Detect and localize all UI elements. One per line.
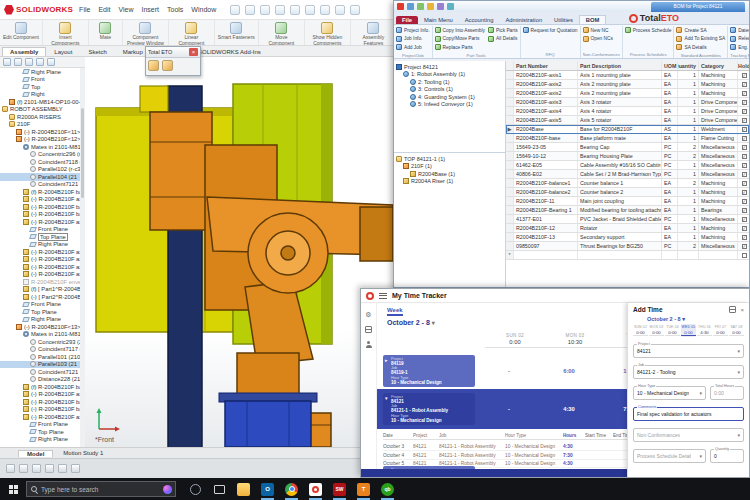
feature-tree-item[interactable]: (-) R-2004B210F<13> (Free xyxy=(0,323,84,331)
feature-tree-item[interactable]: (-) R-2004B210F axis5< xyxy=(0,263,84,271)
zoom-icon[interactable] xyxy=(32,464,41,473)
feature-tree-item[interactable]: Right Plane xyxy=(0,436,84,444)
column-category[interactable]: Category xyxy=(699,61,738,70)
row-selector[interactable] xyxy=(506,224,514,232)
settings-icon[interactable] xyxy=(437,3,444,10)
ribbon-button[interactable]: Edit Component xyxy=(0,20,43,45)
feature-tree-item[interactable]: Top xyxy=(0,83,84,91)
time-entry-card[interactable]: ▸ Project 84119 Job 84119-1 Hour Type 10… xyxy=(383,355,475,387)
view-tab[interactable]: Model xyxy=(18,450,53,457)
feature-tree-item[interactable]: (-) R-2004B210F axis1< xyxy=(0,391,84,399)
day-chip[interactable]: MON 03 0:00 xyxy=(649,324,664,337)
ribbon-group-button[interactable]: Project Info. xyxy=(396,26,430,35)
feature-tree-item[interactable]: 210F xyxy=(0,121,84,129)
hold-checkbox[interactable]: ✓ xyxy=(742,190,747,195)
bom-row[interactable]: R2004B210F-Bearing 1 Modified bearing fo… xyxy=(506,206,749,215)
row-selector[interactable] xyxy=(506,215,514,223)
dimxpert-tab-icon[interactable] xyxy=(36,58,44,66)
ribbon-group-button[interactable]: Copy Into Assembly xyxy=(435,26,485,35)
close-icon[interactable]: × xyxy=(189,48,198,56)
close-icon[interactable]: × xyxy=(740,307,744,313)
print-icon[interactable] xyxy=(290,5,300,15)
hold-checkbox[interactable]: ✓ xyxy=(742,154,747,159)
project-tree-item[interactable]: Project 84121 xyxy=(394,63,505,71)
feature-tree-item[interactable]: Front Plane xyxy=(0,301,84,309)
hold-checkbox[interactable]: ✓ xyxy=(742,100,747,105)
row-selector[interactable] xyxy=(506,152,514,160)
feature-tree-item[interactable]: (f) R-2004B210F base< xyxy=(0,188,84,196)
feature-tree-item[interactable]: Top Plane xyxy=(0,233,84,241)
feature-tree-item[interactable]: Concentric296 (r- xyxy=(0,151,84,159)
feature-tree-item[interactable]: Top Plane xyxy=(0,428,84,436)
project-tree-item[interactable]: 3: Controls (1) xyxy=(394,86,505,94)
calendar-icon[interactable] xyxy=(729,306,736,313)
taskbar-icon-outlook[interactable]: O xyxy=(260,480,275,498)
junction-box[interactable] xyxy=(140,86,168,112)
day-chip[interactable]: SUN 02 0:00 xyxy=(633,324,648,337)
hold-checkbox[interactable]: ✓ xyxy=(742,82,747,87)
total-hours-field[interactable]: Total Hours 0:00 xyxy=(710,386,744,400)
row-selector[interactable] xyxy=(506,107,514,115)
feature-tree-item[interactable]: (-) R-2004B210F axis2< xyxy=(0,218,84,226)
feature-tree-item[interactable]: Distance228 (2101 xyxy=(0,376,84,384)
feature-tree-item[interactable]: Right Plane xyxy=(0,316,84,324)
feature-tree-item[interactable]: (f) [ Part1^R-2004B210 xyxy=(0,286,84,294)
mail-icon[interactable] xyxy=(407,3,414,10)
hold-checkbox[interactable] xyxy=(742,253,747,258)
feature-tree-item[interactable]: (-) R-2004B210F<11> (Free xyxy=(0,128,84,136)
feature-tree-item[interactable]: (f) R-2004B210F base< xyxy=(0,383,84,391)
bom-row[interactable]: R2004B210F-balance1 Counter balance 1 EA… xyxy=(506,179,749,188)
process-schedule-detail-field[interactable]: Process Schedule Detail▾ xyxy=(633,449,706,463)
row-selector[interactable] xyxy=(506,116,514,124)
feature-tree-item[interactable]: Mates in 2101-M814-0 xyxy=(0,143,84,151)
row-selector[interactable] xyxy=(506,170,514,178)
hold-checkbox[interactable]: ✓ xyxy=(742,172,747,177)
column-hold[interactable]: Hold xyxy=(738,61,749,70)
tab-week[interactable]: Week xyxy=(387,307,403,316)
row-selector[interactable] xyxy=(506,161,514,169)
pedestal-base[interactable] xyxy=(225,401,311,447)
menu-item[interactable]: File xyxy=(79,6,90,13)
feature-tree-item[interactable]: Coincident7118 (r- xyxy=(0,158,84,166)
taskbar-search[interactable]: Type here to search xyxy=(26,481,176,497)
gear-icon[interactable]: ⚙ xyxy=(365,311,371,318)
menu-item[interactable]: Window xyxy=(191,6,216,13)
feature-tree-item[interactable]: (-) R-2004B210F balan xyxy=(0,203,84,211)
project-tree-item[interactable]: 4: Guarding System (1) xyxy=(394,93,505,101)
ribbon-tab[interactable]: File xyxy=(396,16,418,24)
job-field[interactable]: Job 84121-2 - Tooling▾ xyxy=(633,365,744,379)
hold-checkbox[interactable]: ✓ xyxy=(742,199,747,204)
excel-export-icon[interactable] xyxy=(417,3,424,10)
hour-type-field[interactable]: Hour Type 10 - Mechanical Design▾ xyxy=(633,386,706,400)
row-selector[interactable] xyxy=(506,71,514,79)
row-selector[interactable] xyxy=(506,188,514,196)
counterweight[interactable] xyxy=(150,112,212,230)
feature-tree-item[interactable]: Coincident7117 (2 xyxy=(0,346,84,354)
menu-item[interactable]: View xyxy=(118,6,133,13)
column-part-description[interactable]: Part Description xyxy=(578,61,662,70)
bom-row[interactable]: 40806-E02 Cable Set / 2 M Brad-Harrison … xyxy=(506,170,749,179)
taskbar-icon-cortana[interactable] xyxy=(188,480,203,498)
feature-tree-item[interactable]: ROBOT ASSEMBLY xyxy=(0,106,84,114)
feature-tree-item[interactable]: Concentric293 (2 xyxy=(0,338,84,346)
row-selector[interactable] xyxy=(506,143,514,151)
taskbar-icon-chrome[interactable] xyxy=(284,480,299,498)
day-chip[interactable]: FRI 07 0:00 xyxy=(713,324,728,337)
hold-checkbox[interactable]: ✓ xyxy=(742,244,747,249)
feature-tree-item[interactable]: (-) R-2004B210F balan xyxy=(0,398,84,406)
bom-row[interactable]: R2004B210F-base Base platform mate EA 1 … xyxy=(506,134,749,143)
menu-item[interactable]: Edit xyxy=(98,6,110,13)
taskbar-icon-time-tracker[interactable]: T xyxy=(356,480,371,498)
key-icon[interactable] xyxy=(19,464,28,473)
feature-tree-item[interactable]: Coincident7121 (R xyxy=(0,181,84,189)
row-selector[interactable]: ▶ xyxy=(506,125,514,133)
bom-row[interactable]: R2004B210F-axis1 Axis 1 mounting plate E… xyxy=(506,71,749,80)
assembly-tree-item[interactable]: R2004Base (1) xyxy=(394,170,505,178)
feature-tree-item[interactable]: (-) R-2004B210F balan xyxy=(0,211,84,219)
hold-checkbox[interactable]: ✓ xyxy=(742,163,747,168)
taskbar-icon-solidworks[interactable]: SW xyxy=(332,480,347,498)
ribbon-button[interactable]: Show Hidden Components xyxy=(305,20,351,45)
day-chip[interactable]: WED 05 0:00 xyxy=(681,324,696,337)
command-tab[interactable]: Sketch xyxy=(80,47,114,56)
stop-icon[interactable] xyxy=(58,464,67,473)
